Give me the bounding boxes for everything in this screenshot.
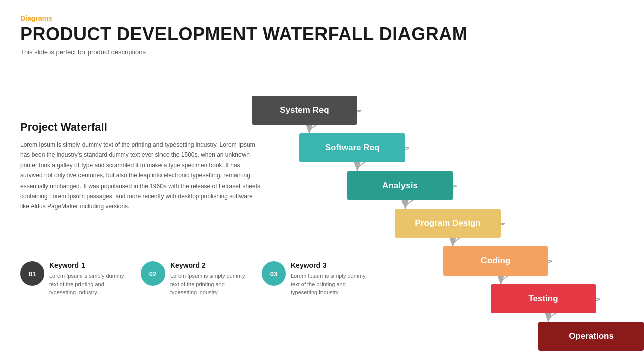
waterfall-step-2: Software Req: [299, 133, 405, 162]
waterfall-step-6: Testing: [491, 284, 596, 313]
keyword-circle-1: 01: [20, 261, 44, 286]
waterfall-step-1: System Req: [252, 96, 357, 125]
header: Diagrams PRODUCT DEVELOPMENT WATERFALL D…: [20, 14, 467, 56]
keyword-desc-1: Lorem Ipsum is simply dummy text of the …: [49, 272, 131, 297]
main-title: PRODUCT DEVELOPMENT WATERFALL DIAGRAM: [20, 24, 467, 44]
keyword-item-1: 01 Keyword 1 Lorem Ipsum is simply dummy…: [20, 261, 131, 297]
subtitle: This slide is perfect for product descri…: [20, 48, 467, 56]
waterfall-area: System ReqSoftware ReqAnalysisProgram De…: [221, 80, 634, 352]
category-label: Diagrams: [20, 14, 467, 22]
keyword-title-1: Keyword 1: [49, 261, 131, 269]
waterfall-step-5: Coding: [443, 246, 548, 276]
keyword-circle-2: 02: [141, 261, 165, 286]
waterfall-step-4: Program Design: [395, 209, 501, 238]
waterfall-step-7: Operations: [538, 322, 644, 351]
keyword-content-1: Keyword 1 Lorem Ipsum is simply dummy te…: [49, 261, 131, 297]
waterfall-step-3: Analysis: [347, 171, 453, 200]
